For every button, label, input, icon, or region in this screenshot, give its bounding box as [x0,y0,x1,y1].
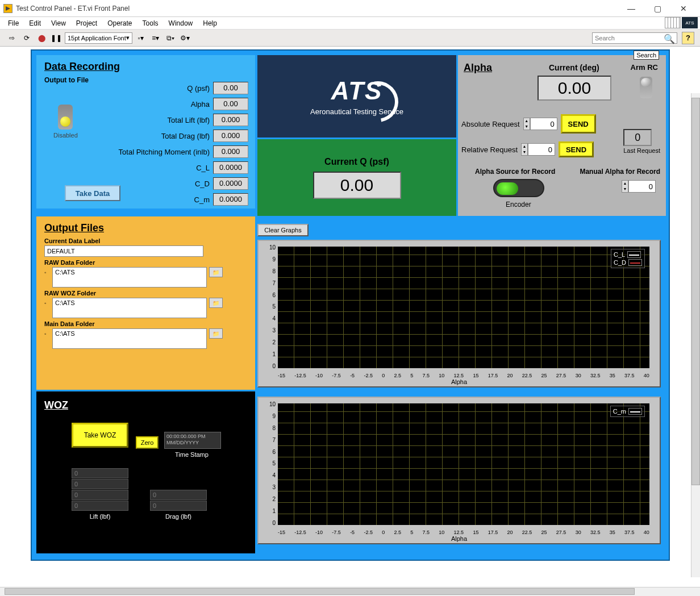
search-tooltip: Search [634,51,659,60]
moment-value: 0.000 [213,145,248,158]
last-request-value: 0 [623,129,652,146]
abort-button[interactable]: ⬤ [35,32,48,44]
menu-operate[interactable]: Operate [103,18,136,28]
relative-send-button[interactable]: SEND [559,141,594,157]
q-value: 0.00 [213,82,248,94]
tree-icon: ◦ [44,328,50,337]
data-recording-heading: Data Recording [36,55,255,74]
browse-woz-button[interactable]: 📁 [209,298,223,308]
cm-value: 0.0000 [213,193,248,206]
graph-cl-cd[interactable]: 109876543210 C_L C_D -15-12.5-10-7.5-5-2… [257,240,661,387]
output-toggle-label: Disabled [53,132,78,139]
absolute-request-input[interactable]: ▲▼ [523,118,557,130]
x-axis-label: Alpha [451,378,467,385]
tree-icon: ◦ [44,267,50,276]
labview-icon [3,4,13,13]
clear-graphs-button[interactable]: Clear Graphs [257,224,309,236]
encoder-label: Encoder [506,201,531,209]
manual-alpha-input[interactable]: ▲▼ [622,180,656,193]
relative-request-input[interactable]: ▲▼ [521,143,555,156]
window-title: Test Control Panel - ET.vi Front Panel [16,5,618,12]
menu-tools[interactable]: Tools [138,18,163,28]
horizontal-scrollbar[interactable] [0,587,700,596]
woz-panel: WOZ Take WOZ Zero 00:00:00.000 PM MM/DD/… [36,391,255,553]
data-recording-panel: Data Recording Output to File Disabled Q… [36,55,255,209]
cl-value: 0.0000 [213,161,248,174]
menu-edit[interactable]: Edit [24,18,45,28]
x-axis-ticks: -15-12.5-10-7.5-5-2.502.557.51012.51517.… [278,373,649,378]
alpha-panel: Search Alpha Current (deg) 0.00 Arm RC A… [458,55,666,216]
logo-panel: ATS Aeronautical Testing Service [257,55,456,137]
last-request-label: Last Request [623,147,660,154]
align-button[interactable]: ▫▾ [135,32,147,44]
y-axis-ticks: 109876543210 [261,244,276,369]
manual-alpha-label: Manual Alpha for Record [580,168,660,176]
zero-button[interactable]: Zero [136,436,159,449]
main-panel: Data Recording Output to File Disabled Q… [31,49,670,561]
help-button[interactable]: ? [682,32,694,44]
toolbar: ⇨ ⟳ ⬤ ❚❚ 15pt Application Font ▾ ▫▾ ≡▾ ⧉… [0,30,700,47]
maximize-button[interactable]: ▢ [644,0,670,17]
minimize-button[interactable]: — [618,0,644,17]
take-woz-button[interactable]: Take WOZ [72,423,128,448]
menu-project[interactable]: Project [72,18,102,28]
run-button[interactable]: ⇨ [6,32,18,44]
timestamp-display: 00:00:00.000 PM MM/DD/YYYY [164,432,221,449]
main-folder-input[interactable]: C:\ATS [52,328,207,349]
output-toggle[interactable] [58,105,73,130]
y-axis-ticks: 109876543210 [261,401,276,526]
current-q-label: Current Q (psf) [324,157,389,167]
woz-folder-input[interactable]: C:\ATS [52,298,207,318]
browse-raw-button[interactable]: 📁 [209,267,223,277]
browse-main-button[interactable]: 📁 [209,328,223,339]
lift-value: 0.000 [213,114,248,126]
alpha-heading: Alpha [464,62,492,74]
data-label-input[interactable] [44,245,203,257]
drag-value: 0.000 [213,130,248,142]
vertical-scrollbar[interactable] [691,93,700,577]
alpha-source-label: Alpha Source for Record [475,168,555,176]
menu-file[interactable]: File [3,18,23,28]
menu-view[interactable]: View [47,18,70,28]
title-bar: Test Control Panel - ET.vi Front Panel —… [0,0,700,17]
drag-array-label: Drag (lbf) [150,513,207,520]
menu-bar: File Edit View Project Operate Tools Win… [0,17,700,30]
current-deg-value: 0.00 [538,76,611,101]
graph-cm[interactable]: 109876543210 C_m -15-12.5-10-7.5-5-2.502… [257,397,661,544]
resize-button[interactable]: ⧉▾ [164,32,177,44]
output-files-panel: Output Files Current Data Label RAW Data… [36,216,255,390]
woz-heading: WOZ [36,391,255,416]
reorder-button[interactable]: ⚙▾ [179,32,191,44]
search-icon: 🔍 [664,34,675,44]
timestamp-label: Time Stamp [175,451,209,458]
pause-button[interactable]: ❚❚ [50,32,63,44]
grid-icon [665,17,681,28]
svg-marker-0 [6,6,10,11]
tree-icon: ◦ [44,298,50,306]
ats-mini-logo: ATS [682,17,698,28]
current-q-value: 0.00 [313,172,401,199]
raw-folder-input[interactable]: C:\ATS [52,267,207,287]
cd-value: 0.0000 [213,177,248,190]
absolute-send-button[interactable]: SEND [561,114,596,134]
ats-logo: ATS [331,77,383,105]
alpha-source-toggle[interactable] [493,179,544,197]
alpha-value: 0.00 [213,98,248,110]
x-axis-ticks: -15-12.5-10-7.5-5-2.502.557.51012.51517.… [278,530,649,535]
distribute-button[interactable]: ≡▾ [149,32,162,44]
x-axis-label: Alpha [451,535,467,542]
menu-help[interactable]: Help [198,18,222,28]
close-button[interactable]: ✕ [670,0,697,17]
output-files-heading: Output Files [36,216,255,235]
font-selector[interactable]: 15pt Application Font ▾ [65,32,132,44]
lift-array-label: Lift (lbf) [72,513,128,520]
legend-2: C_m [610,406,645,417]
arm-rc-toggle[interactable] [640,77,652,98]
take-data-button[interactable]: Take Data [65,185,120,201]
arm-rc-label: Arm RC [631,63,658,72]
graph-area: Clear Graphs 109876543210 C_L C_D -15-12… [257,224,666,553]
run-continuous-button[interactable]: ⟳ [20,32,33,44]
menu-window[interactable]: Window [164,18,198,28]
current-deg-label: Current (deg) [549,63,599,72]
legend-1: C_L C_D [611,249,645,268]
